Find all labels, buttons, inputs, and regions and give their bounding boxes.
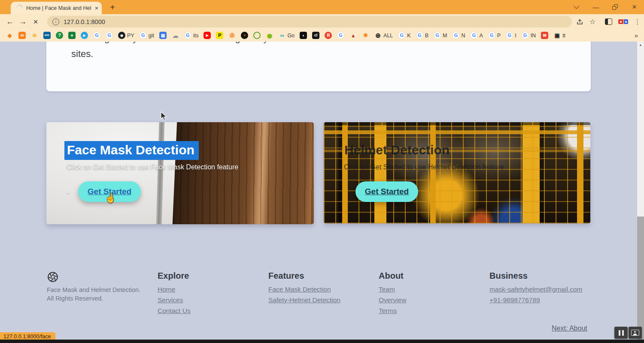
share-icon[interactable] (576, 18, 583, 25)
stop-button[interactable]: × (29, 17, 42, 27)
bookmark-item[interactable]: G B (416, 32, 428, 39)
minimize-button[interactable]: — (586, 0, 605, 14)
bookmark-item[interactable]: Gi (18, 32, 26, 39)
scroll-up-arrow[interactable]: ▲ (637, 42, 644, 46)
bookmark-item[interactable]: ☁ (172, 32, 179, 39)
mouse-cursor (161, 111, 167, 121)
bookmark-item[interactable]: ✇ (228, 32, 236, 39)
bookmark-label: B (425, 33, 428, 39)
bookmark-item[interactable]: G N (452, 32, 465, 39)
footer-link[interactable]: mask-safetyhelmet@gmail.com (489, 286, 582, 293)
pause-button[interactable] (614, 327, 628, 339)
bookmark-item[interactable]: ılı (31, 32, 38, 39)
get-started-button-helmet[interactable]: Get Started (355, 181, 418, 202)
bookmark-favicon: G (522, 32, 529, 39)
footer-column-about: About TeamOverviewTerms (379, 271, 407, 315)
page-content: detecting safety helmets hence ensuring … (0, 0, 637, 340)
footer-link[interactable]: Services (158, 296, 191, 304)
webcam-toggle-button[interactable] (629, 327, 642, 339)
bookmark-item[interactable]: ▣ tt (553, 32, 565, 39)
bookmark-favicon: ☁ (172, 32, 179, 39)
footer-link[interactable]: Home (158, 286, 191, 293)
new-tab-button[interactable]: + (110, 1, 115, 14)
footer-link[interactable]: +91-9898776789 (489, 296, 582, 304)
bookmark-item[interactable]: + (68, 32, 76, 39)
face-mask-card-title: Face Mask Detection (64, 141, 199, 160)
site-info-icon[interactable]: i (52, 18, 59, 25)
bookmark-favicon: ? (56, 32, 63, 39)
loading-spinner-icon (15, 3, 24, 12)
bookmarks-overflow-icon[interactable]: » (635, 32, 638, 39)
menu-dots-icon[interactable]: ⋮ (634, 18, 641, 26)
bookmark-item[interactable]: P (216, 32, 223, 39)
browser-toolbar: ← → × i 127.0.0.1:8000 ☆ ⋮ (0, 14, 644, 29)
bookmark-item[interactable]: G A (470, 32, 483, 39)
footer-link[interactable]: Face Mask Detection (268, 286, 340, 293)
bookmark-item[interactable]: ∞ Go (278, 32, 295, 39)
bookmark-item[interactable]: ? (56, 32, 63, 39)
footer-link[interactable]: Terms (379, 307, 407, 315)
bookmark-item[interactable]: G P (488, 32, 501, 39)
bookmark-item[interactable]: ✱ (362, 32, 369, 39)
bookmark-item[interactable]: G I (506, 32, 516, 39)
bookmark-item[interactable]: ▲ (349, 32, 357, 39)
scrollbar[interactable]: ▲ (637, 42, 644, 340)
back-button[interactable]: ← (3, 17, 16, 26)
bookmark-item[interactable]: G (337, 32, 344, 39)
bookmark-favicon: G (452, 32, 459, 39)
bookmark-favicon: G (184, 32, 191, 39)
bookmark-item[interactable]: ▤ (159, 32, 167, 39)
bookmark-item[interactable]: ▸ (81, 32, 88, 39)
bookmark-item[interactable]: ◗ (300, 32, 307, 39)
bookmark-favicon: ▣ (553, 32, 561, 39)
bookmark-item[interactable]: G M (434, 32, 447, 39)
tab-search-button[interactable] (567, 0, 586, 14)
bookmark-item[interactable] (253, 32, 261, 39)
extension-badge-icon[interactable] (618, 19, 628, 24)
face-mask-card: Face Mask Detection Click on Get Started… (46, 122, 314, 224)
bookmark-item[interactable]: cl (312, 32, 319, 39)
browser-tab[interactable]: Home | Face Mask and Helmet D × (11, 2, 102, 14)
bookmark-item[interactable]: ▶ (204, 32, 211, 39)
footer-link[interactable]: Overview (379, 296, 407, 304)
bookmark-item[interactable]: G its (184, 32, 199, 39)
recorder-overlay (614, 327, 642, 339)
bookmark-favicon: ◗ (300, 32, 307, 39)
bookmark-item[interactable]: G (93, 32, 100, 39)
helmet-photo-background (324, 122, 590, 223)
bookmark-item[interactable]: G K (398, 32, 410, 39)
tab-close-icon[interactable]: × (95, 5, 98, 11)
bookmark-item[interactable]: ✉ (541, 32, 548, 39)
footer-link[interactable]: Contact Us (158, 307, 191, 315)
bookmark-star-icon[interactable]: ☆ (589, 18, 595, 26)
bookmark-item[interactable]: Я (325, 32, 332, 39)
forward-button[interactable]: → (16, 17, 29, 26)
footer-link[interactable]: Team (379, 286, 407, 293)
maximize-restore-button[interactable] (605, 0, 625, 14)
bookmark-item[interactable]: G (106, 32, 113, 39)
footer: Face Mask and Helmet Detection. All Righ… (0, 270, 637, 334)
bookmark-label: N (461, 33, 465, 39)
address-bar[interactable]: i 127.0.0.1:8000 (47, 16, 572, 27)
bookmarks-bar: ◆ Gi ılı IEEE ? + ▸ G (0, 29, 644, 42)
bookmark-item[interactable]: IEEE (43, 32, 51, 39)
bookmark-label: PY (127, 33, 134, 39)
scrollbar-thumb[interactable] (637, 217, 644, 340)
side-panel-icon[interactable] (605, 18, 612, 25)
bookmark-item[interactable]: ◉ (266, 32, 273, 39)
close-window-button[interactable]: × (625, 0, 644, 14)
bookmark-favicon: ✇ (228, 32, 236, 39)
url-text: 127.0.0.1:8000 (64, 18, 105, 25)
bookmark-item[interactable]: ≡ (241, 32, 248, 39)
footer-link[interactable]: Safety-Helmet Detection (268, 296, 340, 304)
bookmark-item[interactable]: G IN (522, 32, 536, 39)
bookmark-favicon: ⊕ (374, 32, 382, 39)
bookmark-item[interactable]: ◆ (6, 32, 13, 39)
bookmark-item[interactable]: G git (140, 32, 154, 39)
bookmark-favicon: G (470, 32, 477, 39)
footer-column-explore: Explore HomeServicesContact Us (158, 271, 191, 315)
bookmark-item[interactable]: ☻ PY (118, 32, 134, 39)
bookmark-favicon: + (68, 32, 76, 39)
next-about-link[interactable]: Next: About (552, 325, 587, 332)
bookmark-item[interactable]: ⊕ ALL (374, 32, 393, 39)
